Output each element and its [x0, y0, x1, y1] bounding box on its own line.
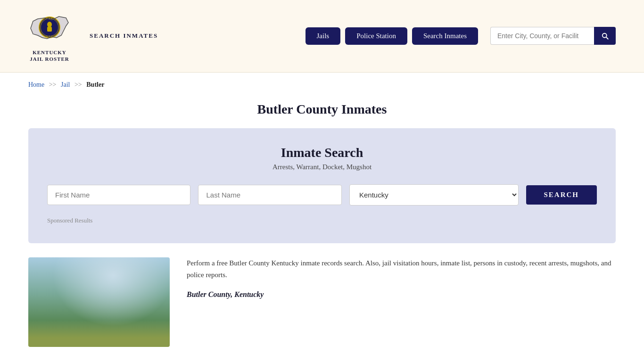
sponsored-label: Sponsored Results — [47, 217, 597, 224]
county-image — [28, 257, 170, 347]
last-name-input[interactable] — [198, 185, 341, 205]
police-station-nav-button[interactable]: Police Station — [345, 27, 407, 45]
header-search-button[interactable] — [594, 27, 616, 45]
search-icon — [601, 32, 609, 40]
logo-area: ★ ★ ★ ★ ★ ★ KENTUCKY JAIL ROSTER — [28, 9, 71, 63]
first-name-input[interactable] — [47, 185, 190, 205]
breadcrumb-current: Butler — [86, 81, 104, 88]
page-title-area: Butler County Inmates — [0, 93, 644, 128]
logo-image: ★ ★ ★ ★ ★ ★ — [28, 9, 71, 47]
county-subtitle: Butler County, Kentucky — [187, 288, 616, 301]
state-select[interactable]: KentuckyAlabamaAlaskaArizonaArkansasCali… — [349, 184, 519, 206]
breadcrumb-jail[interactable]: Jail — [61, 81, 70, 88]
search-inmates-nav-button[interactable]: Search Inmates — [412, 27, 478, 45]
main-nav: Jails Police Station Search Inmates — [305, 27, 616, 45]
logo-text: KENTUCKY JAIL ROSTER — [30, 49, 69, 63]
search-panel-title: Inmate Search — [47, 145, 597, 160]
content-description: Perform a free Butler County Kentucky in… — [187, 257, 616, 281]
page-title: Butler County Inmates — [28, 102, 616, 117]
content-text: Perform a free Butler County Kentucky in… — [187, 257, 616, 307]
search-form-row: KentuckyAlabamaAlaskaArizonaArkansasCali… — [47, 184, 597, 206]
breadcrumb-sep2: >> — [74, 81, 82, 88]
breadcrumb-home[interactable]: Home — [28, 81, 44, 88]
breadcrumb: Home >> Jail >> Butler — [0, 73, 644, 93]
svg-rect-3 — [47, 27, 52, 32]
header: ★ ★ ★ ★ ★ ★ KENTUCKY JAIL ROSTER SEARCH … — [0, 0, 644, 73]
breadcrumb-sep1: >> — [49, 81, 57, 88]
svg-point-2 — [47, 22, 52, 27]
content-area: Perform a free Butler County Kentucky in… — [0, 257, 644, 362]
header-search-input[interactable] — [490, 27, 594, 45]
inmate-search-panel: Inmate Search Arrests, Warrant, Docket, … — [28, 128, 616, 243]
search-submit-button[interactable]: SEARCH — [526, 185, 597, 205]
search-panel-subtitle: Arrests, Warrant, Docket, Mugshot — [47, 163, 597, 171]
header-search-wrap — [490, 27, 616, 45]
jails-nav-button[interactable]: Jails — [305, 27, 341, 45]
search-inmates-nav-label: SEARCH INMATES — [90, 32, 158, 40]
